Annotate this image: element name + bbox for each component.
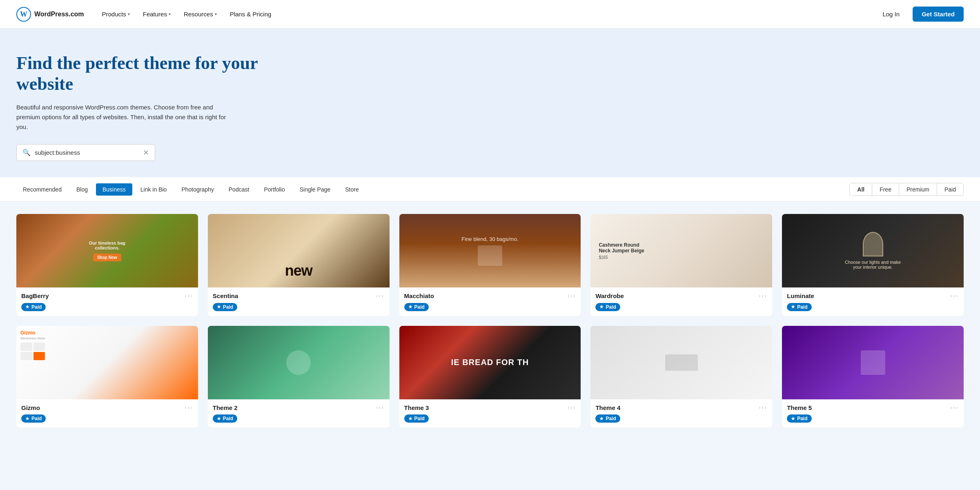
theme-name-green: Theme 2: [213, 404, 238, 411]
badge-green: ★ Paid: [213, 414, 237, 423]
badge-label-scentina: Paid: [223, 304, 233, 310]
features-chevron-icon: ▾: [169, 12, 171, 16]
theme-thumbnail-bagberry: Our timeless bag collections. Shop Now: [16, 214, 198, 287]
theme-card-gizmo[interactable]: Gizmo Electronics Store Gizmo ··· ★: [16, 326, 198, 428]
filter-tab-business[interactable]: Business: [96, 183, 132, 196]
nav-resources-label: Resources: [184, 11, 213, 18]
theme-options-bread[interactable]: ···: [567, 403, 576, 412]
theme-thumbnail-purple: [782, 326, 964, 399]
filter-tab-podcast[interactable]: Podcast: [222, 183, 256, 196]
theme-thumbnail-wardrobe: Cashmere RoundNeck Jumper Beige $165: [590, 214, 772, 287]
badge-star-wardrobe: ★: [599, 304, 604, 310]
price-tab-premium[interactable]: Premium: [899, 183, 937, 196]
badge-star-bread: ★: [408, 416, 412, 421]
filter-tabs: Recommended Blog Business Link in Bio Ph…: [16, 183, 365, 196]
theme-card-macchiato[interactable]: Fine blend, 30 bags/mo. Macchiato ··· ★ …: [399, 214, 581, 316]
theme-options-green[interactable]: ···: [376, 403, 385, 412]
theme-name-wardrobe: Wardrobe: [595, 292, 624, 299]
badge-gizmo: ★ Paid: [21, 414, 46, 423]
hero-section: Find the perfect theme for your website …: [0, 29, 980, 177]
theme-options-bagberry[interactable]: ···: [185, 292, 193, 300]
theme-name-macchiato: Macchiato: [404, 292, 434, 299]
filter-tab-link-in-bio[interactable]: Link in Bio: [134, 183, 174, 196]
nav-logo[interactable]: W WordPress.com: [16, 7, 84, 22]
theme-card-gray[interactable]: Theme 4 ··· ★ Paid: [590, 326, 772, 428]
badge-macchiato: ★ Paid: [404, 303, 429, 311]
theme-name-luminate: Luminate: [787, 292, 814, 299]
login-button[interactable]: Log In: [876, 7, 906, 21]
badge-star-bagberry: ★: [25, 304, 29, 310]
theme-info-bread: Theme 3 ··· ★ Paid: [399, 399, 581, 428]
hero-title: Find the perfect theme for your website: [16, 53, 302, 94]
badge-label-macchiato: Paid: [414, 304, 425, 310]
nav-links: Products ▾ Features ▾ Resources ▾ Plans …: [96, 7, 876, 21]
theme-card-scentina[interactable]: new Scentina ··· ★ Paid: [208, 214, 390, 316]
theme-info-gray: Theme 4 ··· ★ Paid: [590, 399, 772, 428]
filter-tab-blog[interactable]: Blog: [70, 183, 94, 196]
badge-label-gray: Paid: [606, 416, 616, 421]
theme-options-purple[interactable]: ···: [950, 403, 959, 412]
nav-item-resources[interactable]: Resources ▾: [178, 7, 223, 21]
theme-card-luminate[interactable]: Choose our lights and makeyour interior …: [782, 214, 964, 316]
wordpress-logo-icon: W: [16, 7, 31, 22]
theme-card-bagberry[interactable]: Our timeless bag collections. Shop Now B…: [16, 214, 198, 316]
nav-products-label: Products: [102, 11, 126, 18]
resources-chevron-icon: ▾: [215, 12, 217, 16]
themes-section: Our timeless bag collections. Shop Now B…: [0, 202, 980, 440]
theme-info-green: Theme 2 ··· ★ Paid: [208, 399, 390, 428]
badge-label-green: Paid: [223, 416, 233, 421]
theme-options-wardrobe[interactable]: ···: [759, 292, 767, 300]
filter-tab-single-page[interactable]: Single Page: [293, 183, 337, 196]
products-chevron-icon: ▾: [128, 12, 130, 16]
badge-label-bread: Paid: [414, 416, 425, 421]
theme-card-bread[interactable]: IE BREAD FOR TH Theme 3 ··· ★ Paid: [399, 326, 581, 428]
navbar: W WordPress.com Products ▾ Features ▾ Re…: [0, 0, 980, 29]
theme-thumbnail-macchiato: Fine blend, 30 bags/mo.: [399, 214, 581, 287]
badge-wardrobe: ★ Paid: [595, 303, 620, 311]
search-box: 🔍 ✕: [16, 144, 155, 161]
theme-info-macchiato: Macchiato ··· ★ Paid: [399, 287, 581, 316]
badge-star-purple: ★: [791, 416, 795, 421]
price-tab-free[interactable]: Free: [872, 183, 899, 196]
theme-name-bread: Theme 3: [404, 404, 429, 411]
theme-info-wardrobe: Wardrobe ··· ★ Paid: [590, 287, 772, 316]
price-tab-paid[interactable]: Paid: [937, 183, 963, 196]
badge-luminate: ★ Paid: [787, 303, 811, 311]
filter-tab-recommended[interactable]: Recommended: [16, 183, 68, 196]
theme-info-gizmo: Gizmo ··· ★ Paid: [16, 399, 198, 428]
theme-card-purple[interactable]: Theme 5 ··· ★ Paid: [782, 326, 964, 428]
badge-purple: ★ Paid: [787, 414, 811, 423]
nav-item-products[interactable]: Products ▾: [96, 7, 136, 21]
filter-tab-portfolio[interactable]: Portfolio: [257, 183, 291, 196]
search-clear-icon[interactable]: ✕: [143, 149, 149, 156]
nav-logo-text: WordPress.com: [34, 11, 84, 18]
theme-card-wardrobe[interactable]: Cashmere RoundNeck Jumper Beige $165 War…: [590, 214, 772, 316]
badge-star-gray: ★: [599, 416, 604, 421]
filter-tab-photography[interactable]: Photography: [175, 183, 220, 196]
nav-item-pricing[interactable]: Plans & Pricing: [224, 7, 277, 21]
theme-thumbnail-luminate: Choose our lights and makeyour interior …: [782, 214, 964, 287]
theme-info-scentina: Scentina ··· ★ Paid: [208, 287, 390, 316]
theme-thumbnail-bread: IE BREAD FOR TH: [399, 326, 581, 399]
theme-info-luminate: Luminate ··· ★ Paid: [782, 287, 964, 316]
search-icon: 🔍: [22, 149, 31, 156]
price-tab-all[interactable]: All: [850, 183, 872, 196]
theme-options-scentina[interactable]: ···: [376, 292, 385, 300]
badge-gray: ★ Paid: [595, 414, 620, 423]
get-started-button[interactable]: Get Started: [913, 7, 964, 22]
theme-card-green[interactable]: Theme 2 ··· ★ Paid: [208, 326, 390, 428]
theme-options-gray[interactable]: ···: [759, 403, 767, 412]
nav-item-features[interactable]: Features ▾: [137, 7, 176, 21]
theme-options-gizmo[interactable]: ···: [185, 403, 193, 412]
theme-info-purple: Theme 5 ··· ★ Paid: [782, 399, 964, 428]
filter-tab-store[interactable]: Store: [339, 183, 365, 196]
theme-thumbnail-gray: [590, 326, 772, 399]
badge-star-gizmo: ★: [25, 416, 29, 421]
theme-options-luminate[interactable]: ···: [950, 292, 959, 300]
theme-thumbnail-gizmo: Gizmo Electronics Store: [16, 326, 198, 399]
badge-label-luminate: Paid: [797, 304, 807, 310]
badge-star-macchiato: ★: [408, 304, 412, 310]
theme-options-macchiato[interactable]: ···: [567, 292, 576, 300]
theme-thumbnail-scentina: new: [208, 214, 390, 287]
search-input[interactable]: [35, 149, 139, 156]
